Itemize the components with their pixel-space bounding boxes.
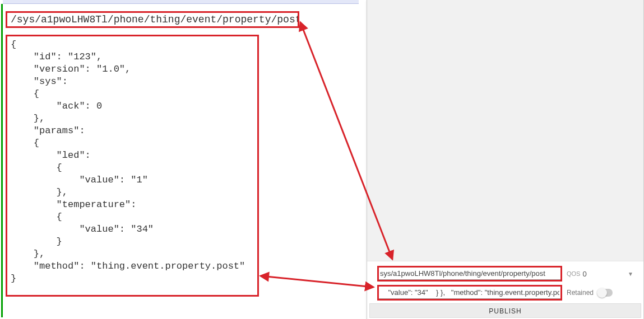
toggle-knob-icon bbox=[597, 288, 607, 298]
topic-row: QOS 0 ▼ bbox=[377, 266, 633, 282]
payload-json-display: { "id": "123", "version": "1.0", "sys": … bbox=[6, 35, 259, 297]
qos-value[interactable]: 0 bbox=[582, 270, 599, 278]
mqtt-publish-panel: QOS 0 ▼ Retained PUBLISH bbox=[367, 0, 644, 319]
publish-button[interactable]: PUBLISH bbox=[369, 303, 641, 318]
retained-toggle[interactable] bbox=[597, 289, 613, 297]
code-example-area: /sys/a1pwoLHW8Tl/phone/thing/event/prope… bbox=[0, 0, 359, 319]
payload-input[interactable] bbox=[379, 287, 560, 299]
topic-input-highlight bbox=[377, 266, 562, 282]
publish-footer: QOS 0 ▼ Retained PUBLISH bbox=[367, 261, 643, 319]
message-history-area bbox=[367, 0, 643, 261]
topic-string-display: /sys/a1pwoLHW8Tl/phone/thing/event/prope… bbox=[6, 11, 299, 28]
qos-label: QOS bbox=[567, 270, 580, 277]
payload-row: Retained bbox=[377, 285, 633, 301]
dropdown-arrow-icon[interactable]: ▼ bbox=[628, 271, 633, 277]
topic-input[interactable] bbox=[379, 268, 560, 280]
payload-input-highlight bbox=[377, 285, 562, 301]
retained-label: Retained bbox=[567, 289, 594, 297]
